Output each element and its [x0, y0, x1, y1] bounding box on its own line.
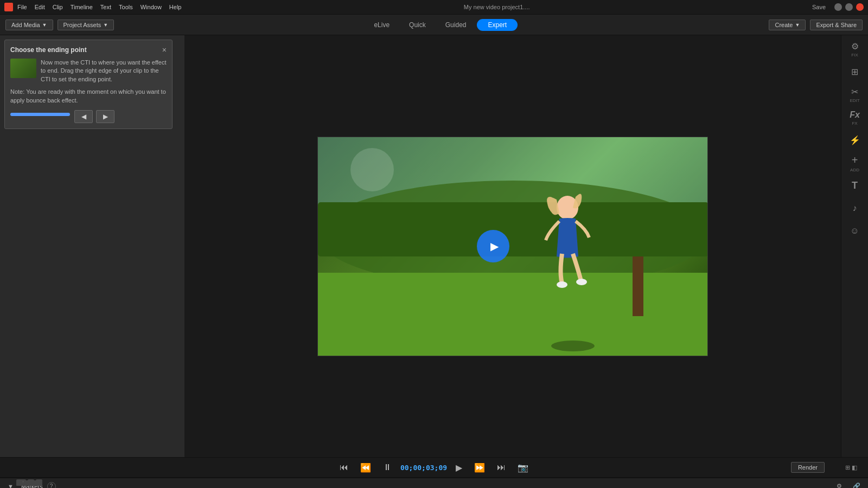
nav-tabs: eLive Quick Guided Expert [118, 19, 764, 31]
tutorial-box: Choose the ending point × Now move the C… [4, 40, 173, 129]
tutorial-text: Now move the CTI to where you want the e… [41, 59, 167, 84]
step-forward-button[interactable]: ⏩ [471, 461, 488, 474]
music-ctrl2[interactable] [24, 480, 31, 486]
menu-text[interactable]: Text [100, 4, 111, 10]
tab-guided[interactable]: Guided [437, 19, 475, 31]
timeline-dropdown[interactable]: ▼ [4, 482, 17, 489]
svg-rect-2 [318, 273, 708, 356]
preview-area [184, 35, 841, 457]
menu-clip[interactable]: Clip [53, 4, 63, 10]
transport: ⏮ ⏪ ⏸ 00;00;03;09 ▶ ⏩ ⏭ 📷 Render ⊞ ◧ [0, 457, 868, 477]
add-icon: + [852, 154, 858, 166]
audio-icon: ♪ [853, 203, 857, 213]
timeline-toolbar: ▼ Markers ? ⚙ 🔗 [0, 478, 868, 488]
right-panel: ⚙ FIX ⊞ ✂ EDIT Fx FX ⚡ + ADD T ♪ [841, 35, 868, 457]
menu-tools[interactable]: Tools [119, 4, 133, 10]
window-controls [834, 3, 864, 11]
edit-icon: ✂ [851, 87, 858, 97]
tutorial-header: Choose the ending point × [10, 46, 167, 54]
project-assets-arrow: ▼ [103, 22, 108, 28]
add-tool[interactable]: + ADD [844, 153, 866, 173]
tutorial-body: Now move the CTI to where you want the e… [10, 59, 167, 84]
svg-point-6 [557, 281, 567, 288]
tutorial-close-button[interactable]: × [162, 46, 167, 54]
edit-label: EDIT [850, 98, 859, 103]
text-tool[interactable]: T [844, 176, 866, 196]
play-button[interactable] [477, 230, 509, 262]
tutorial-footer: ◀ ▶ [10, 110, 167, 123]
maximize-button[interactable] [845, 3, 853, 11]
tab-elive[interactable]: eLive [365, 19, 398, 31]
svg-point-9 [350, 148, 394, 191]
add-label: ADD [850, 168, 859, 172]
tutorial-nav: ◀ ▶ [74, 110, 114, 123]
fix-label: FIX [851, 53, 858, 57]
disc-icon: ☺ [850, 226, 859, 236]
create-arrow: ▼ [795, 22, 800, 28]
align-tool[interactable]: ⊞ [844, 62, 866, 82]
disc-tool[interactable]: ☺ [844, 222, 866, 241]
menu-edit[interactable]: Edit [35, 4, 45, 10]
tab-expert[interactable]: Expert [477, 19, 518, 31]
minimize-button[interactable] [834, 3, 842, 11]
tutorial-prev-button[interactable]: ◀ [74, 110, 93, 123]
video-background [318, 137, 707, 356]
fix-icon: ⚙ [851, 41, 859, 52]
menu-bar: File Edit Clip Timeline Text Tools Windo… [0, 0, 868, 15]
video-scene [318, 137, 708, 356]
timeline-end-controls: ⊞ ◧ [845, 464, 857, 471]
export-share-label: Export & Share [816, 22, 857, 28]
timeline-section: ▼ Markers ? ⚙ 🔗 ⊕ → ▶ ♪ Audio 2 ▼ ▣ [0, 477, 868, 488]
fix-tool[interactable]: ⚙ FIX [844, 40, 866, 59]
create-label: Create [775, 22, 793, 28]
close-button[interactable] [856, 3, 864, 11]
tutorial-thumbnail [10, 59, 36, 78]
step-back-button[interactable]: ⏪ [357, 461, 374, 474]
forward-to-end-button[interactable]: ⏭ [494, 461, 509, 473]
render-button[interactable]: Render [791, 462, 825, 473]
export-share-button[interactable]: Export & Share [810, 20, 863, 30]
add-media-button[interactable]: Add Media ▼ [5, 20, 53, 30]
fx-icon: Fx [850, 110, 860, 120]
rewind-to-start-button[interactable]: ⏮ [336, 461, 352, 473]
pause-button[interactable]: ⏸ [380, 461, 395, 473]
menu-timeline[interactable]: Timeline [71, 4, 93, 10]
timeline-settings[interactable]: ⚙ [833, 481, 845, 488]
tutorial-next-button[interactable]: ▶ [96, 110, 114, 123]
project-assets-label: Project Assets [63, 22, 101, 28]
svg-point-8 [551, 341, 595, 351]
tutorial-progress [10, 113, 70, 116]
timeline-help-button[interactable]: ? [47, 482, 56, 489]
video-preview [317, 137, 708, 356]
tutorial-note: Note: You are ready with the moment on w… [10, 88, 167, 105]
audio-tool[interactable]: ♪ [844, 199, 866, 219]
app-icon [4, 3, 13, 11]
tab-quick[interactable]: Quick [400, 19, 435, 31]
fx-tool[interactable]: Fx FX [844, 108, 866, 127]
timeline-link[interactable]: 🔗 [850, 481, 864, 488]
save-label[interactable]: Save [812, 4, 826, 10]
create-button[interactable]: Create ▼ [769, 20, 806, 30]
fx-label: FX [852, 121, 857, 126]
camera-button[interactable]: 📷 [514, 461, 532, 474]
menu-help[interactable]: Help [169, 4, 182, 10]
menu-file[interactable]: File [17, 4, 27, 10]
tutorial-title: Choose the ending point [10, 46, 87, 54]
text-icon: T [852, 180, 858, 191]
play-transport-button[interactable]: ▶ [452, 461, 465, 474]
svg-rect-4 [318, 202, 708, 256]
main-area: Choose the ending point × Now move the C… [0, 35, 868, 457]
toolbar: Add Media ▼ Project Assets ▼ eLive Quick… [0, 15, 868, 35]
project-assets-button[interactable]: Project Assets ▼ [58, 20, 114, 30]
edit-tool[interactable]: ✂ EDIT [844, 85, 866, 105]
left-panel: Choose the ending point × Now move the C… [0, 35, 184, 457]
project-title: My new video project1.... [181, 4, 812, 10]
music-ctrl1[interactable] [16, 480, 23, 486]
color-tool[interactable]: ⚡ [844, 131, 866, 150]
svg-point-7 [576, 279, 587, 285]
add-media-arrow: ▼ [42, 22, 47, 28]
music-ctrl3[interactable] [33, 480, 39, 486]
timecode-display: 00;00;03;09 [400, 464, 447, 472]
menu-window[interactable]: Window [141, 4, 162, 10]
add-media-label: Add Media [11, 22, 40, 28]
